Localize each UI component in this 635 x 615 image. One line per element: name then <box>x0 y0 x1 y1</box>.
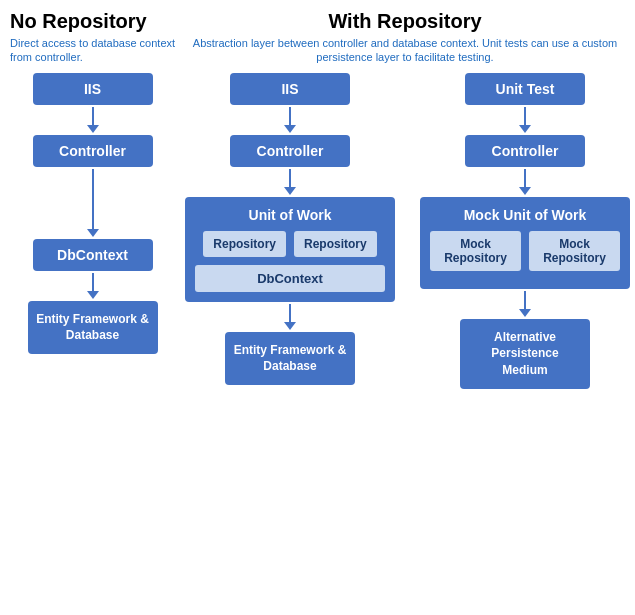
header-with-repository: With Repository Abstraction layer betwee… <box>185 10 625 65</box>
mock-repo-2: Mock Repository <box>529 231 620 271</box>
mock-unit-of-work-box: Mock Unit of Work Mock Repository Mock R… <box>420 197 630 289</box>
right-arrow-1 <box>519 107 531 133</box>
right-arrow-line-3 <box>524 291 526 309</box>
column-no-repository: IIS Controller DbContext Entity Framewor… <box>10 73 175 355</box>
muow-repos-row: Mock Repository Mock Repository <box>430 231 620 271</box>
mid-repo-1: Repository <box>203 231 286 257</box>
column-with-repository: IIS Controller Unit of Work Repository R… <box>175 73 405 386</box>
header-no-repository: No Repository Direct access to database … <box>10 10 185 65</box>
right-arrow-head-2 <box>519 187 531 195</box>
left-controller-box: Controller <box>33 135 153 167</box>
right-arrow-head-3 <box>519 309 531 317</box>
uow-label: Unit of Work <box>195 207 385 223</box>
mid-dbcontext-inner: DbContext <box>195 265 385 292</box>
left-arrow-head-3 <box>87 291 99 299</box>
column-unit-test: Unit Test Controller Mock Unit of Work M… <box>405 73 635 389</box>
mid-arrow-line-1 <box>289 107 291 125</box>
left-arrow-line-2 <box>92 169 94 229</box>
unit-of-work-box: Unit of Work Repository Repository DbCon… <box>185 197 395 302</box>
mid-arrow-line-2 <box>289 169 291 187</box>
mid-arrow-2 <box>284 169 296 195</box>
left-arrow-1 <box>87 107 99 133</box>
no-repo-title: No Repository <box>10 10 185 33</box>
mid-controller-box: Controller <box>230 135 350 167</box>
mid-arrow-head-1 <box>284 125 296 133</box>
right-arrow-2 <box>519 169 531 195</box>
muow-label: Mock Unit of Work <box>430 207 620 223</box>
left-arrow-line-3 <box>92 273 94 291</box>
right-bottom-box: Alternative Persistence Medium <box>460 319 590 389</box>
left-iis-box: IIS <box>33 73 153 105</box>
left-arrow-2 <box>87 169 99 237</box>
left-dbcontext-box: DbContext <box>33 239 153 271</box>
mid-arrow-head-2 <box>284 187 296 195</box>
no-repo-subtitle: Direct access to database context from c… <box>10 36 185 65</box>
mid-arrow-head-3 <box>284 322 296 330</box>
right-arrow-3 <box>519 291 531 317</box>
mid-iis-box: IIS <box>230 73 350 105</box>
mid-arrow-line-3 <box>289 304 291 322</box>
mid-repo-2: Repository <box>294 231 377 257</box>
right-arrow-line-2 <box>524 169 526 187</box>
right-arrow-line-1 <box>524 107 526 125</box>
mid-bottom-box: Entity Framework & Database <box>225 332 355 386</box>
left-arrow-3 <box>87 273 99 299</box>
mid-arrow-1 <box>284 107 296 133</box>
with-repo-title: With Repository <box>185 10 625 33</box>
right-controller-box: Controller <box>465 135 585 167</box>
left-arrow-head-2 <box>87 229 99 237</box>
headers-row: No Repository Direct access to database … <box>10 10 625 65</box>
diagram-container: No Repository Direct access to database … <box>0 0 635 615</box>
with-repo-subtitle: Abstraction layer between controller and… <box>185 36 625 65</box>
columns-row: IIS Controller DbContext Entity Framewor… <box>10 73 625 389</box>
right-unit-test-box: Unit Test <box>465 73 585 105</box>
right-arrow-head-1 <box>519 125 531 133</box>
left-arrow-head-1 <box>87 125 99 133</box>
uow-repos-row: Repository Repository <box>195 231 385 257</box>
left-bottom-box: Entity Framework & Database <box>28 301 158 355</box>
left-arrow-line-1 <box>92 107 94 125</box>
mock-repo-1: Mock Repository <box>430 231 521 271</box>
mid-arrow-3 <box>284 304 296 330</box>
